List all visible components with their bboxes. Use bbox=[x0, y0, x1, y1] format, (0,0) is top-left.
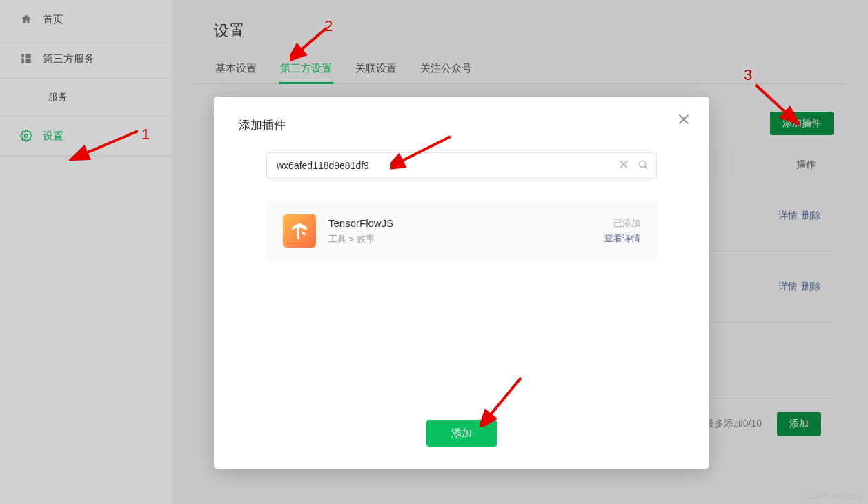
watermark: CSDN @GitLqr bbox=[806, 492, 862, 501]
search-wrap bbox=[266, 152, 657, 179]
plugin-info: TensorFlowJS 工具 > 效率 bbox=[328, 217, 393, 245]
search-input[interactable] bbox=[266, 152, 657, 179]
view-detail-link[interactable]: 查看详情 bbox=[604, 232, 640, 245]
svg-point-5 bbox=[640, 161, 646, 167]
plugin-status: 已添加 查看详情 bbox=[604, 217, 640, 245]
plugin-category: 工具 > 效率 bbox=[328, 233, 393, 245]
close-icon[interactable] bbox=[676, 112, 691, 129]
search-icon[interactable] bbox=[638, 159, 649, 172]
added-label: 已添加 bbox=[604, 217, 640, 230]
plugin-name: TensorFlowJS bbox=[328, 217, 393, 229]
clear-icon[interactable] bbox=[618, 159, 629, 172]
modal-title: 添加插件 bbox=[239, 117, 684, 133]
tensorflow-icon bbox=[283, 214, 316, 248]
search-result[interactable]: TensorFlowJS 工具 > 效率 已添加 查看详情 bbox=[266, 201, 657, 261]
add-plugin-modal: 添加插件 TensorFlowJS 工具 > 效率 已添加 查看详情 添加 bbox=[214, 97, 709, 469]
svg-line-6 bbox=[645, 166, 647, 168]
modal-add-button[interactable]: 添加 bbox=[426, 420, 497, 447]
